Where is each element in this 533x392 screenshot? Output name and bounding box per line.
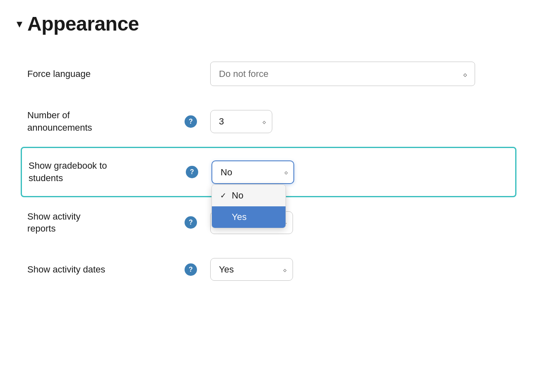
num-announcements-input[interactable]	[210, 110, 272, 133]
show-gradebook-label: Show gradebook tostudents	[29, 160, 186, 184]
settings-container: Force language Do not force English Fren…	[17, 50, 516, 292]
dropdown-yes-label: Yes	[232, 212, 247, 222]
section-title: Appearance	[27, 12, 139, 35]
show-activity-dates-label: Show activity dates	[27, 263, 185, 276]
show-activity-reports-label: Show activityreports	[27, 210, 185, 235]
dropdown-option-yes[interactable]: Yes	[212, 206, 286, 228]
force-language-label: Force language	[27, 68, 185, 80]
chevron-icon[interactable]: ▾	[17, 18, 22, 30]
show-activity-dates-help-icon[interactable]: ?	[185, 263, 197, 276]
force-language-select[interactable]: Do not force English French Spanish	[210, 62, 475, 86]
force-language-row: Force language Do not force English Fren…	[21, 50, 516, 98]
show-gradebook-row: Show gradebook tostudents ? No Yes ✓ No …	[21, 147, 516, 197]
num-announcements-help-icon[interactable]: ?	[185, 115, 197, 128]
show-activity-reports-help-icon[interactable]: ?	[185, 216, 197, 229]
dropdown-no-label: No	[232, 190, 243, 201]
force-language-control[interactable]: Do not force English French Spanish	[210, 62, 475, 86]
show-activity-dates-select[interactable]: Yes No	[210, 258, 293, 281]
dropdown-option-no[interactable]: ✓ No	[212, 185, 286, 206]
show-gradebook-dropdown: ✓ No Yes	[211, 184, 286, 228]
num-announcements-control[interactable]	[210, 110, 272, 133]
section-header: ▾ Appearance	[17, 12, 516, 35]
show-activity-dates-row: Show activity dates ? Yes No	[21, 246, 516, 292]
checkmark-no: ✓	[220, 191, 228, 200]
show-gradebook-select[interactable]: No Yes	[211, 160, 294, 184]
show-activity-dates-control[interactable]: Yes No	[210, 258, 293, 281]
show-gradebook-control[interactable]: No Yes ✓ No Yes	[211, 160, 294, 184]
num-announcements-label: Number ofannouncements	[27, 109, 185, 134]
show-gradebook-help-icon[interactable]: ?	[186, 166, 198, 178]
num-announcements-row: Number ofannouncements ?	[21, 98, 516, 145]
